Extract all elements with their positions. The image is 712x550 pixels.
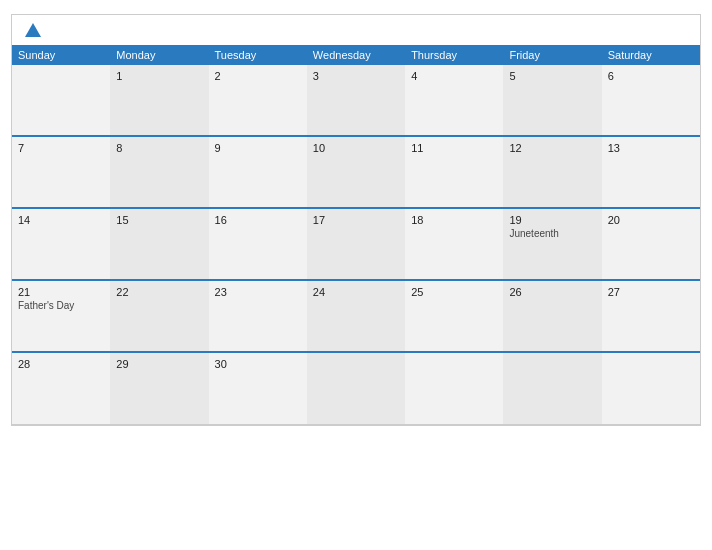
calendar-cell-w0-d5: 5 [503,65,601,135]
cell-date: 5 [509,70,595,82]
cell-event: Juneteenth [509,228,595,239]
cell-date: 14 [18,214,104,226]
calendar-week-4: 282930 [12,353,700,425]
calendar-cell-w0-d1: 1 [110,65,208,135]
calendar-week-0: 123456 [12,65,700,137]
cell-date: 9 [215,142,301,154]
cell-date: 24 [313,286,399,298]
cell-date: 18 [411,214,497,226]
cell-date: 27 [608,286,694,298]
cell-date: 19 [509,214,595,226]
cell-date: 8 [116,142,202,154]
calendar-week-3: 21Father's Day222324252627 [12,281,700,353]
logo [22,23,41,39]
cell-date: 23 [215,286,301,298]
calendar-cell-w3-d4: 25 [405,281,503,351]
cell-date: 20 [608,214,694,226]
calendar-cell-w2-d0: 14 [12,209,110,279]
calendar-week-1: 78910111213 [12,137,700,209]
calendar-cell-w2-d3: 17 [307,209,405,279]
calendar-cell-w0-d3: 3 [307,65,405,135]
calendar-cell-w4-d0: 28 [12,353,110,424]
cell-date: 12 [509,142,595,154]
cell-date: 21 [18,286,104,298]
calendar-grid: 12345678910111213141516171819Juneteenth2… [12,65,700,425]
calendar-cell-w3-d0: 21Father's Day [12,281,110,351]
calendar-cell-w1-d1: 8 [110,137,208,207]
cell-date: 22 [116,286,202,298]
cell-date: 26 [509,286,595,298]
cell-event: Father's Day [18,300,104,311]
cell-date: 11 [411,142,497,154]
calendar-cell-w2-d6: 20 [602,209,700,279]
calendar: SundayMondayTuesdayWednesdayThursdayFrid… [11,14,701,426]
cell-date: 25 [411,286,497,298]
day-header-thursday: Thursday [405,45,503,65]
day-headers-row: SundayMondayTuesdayWednesdayThursdayFrid… [12,45,700,65]
calendar-cell-w2-d5: 19Juneteenth [503,209,601,279]
calendar-cell-w0-d4: 4 [405,65,503,135]
calendar-cell-w0-d0 [12,65,110,135]
day-header-friday: Friday [503,45,601,65]
calendar-cell-w0-d6: 6 [602,65,700,135]
cell-date: 1 [116,70,202,82]
calendar-cell-w3-d5: 26 [503,281,601,351]
cell-date: 6 [608,70,694,82]
calendar-cell-w2-d2: 16 [209,209,307,279]
calendar-cell-w1-d0: 7 [12,137,110,207]
cell-date: 10 [313,142,399,154]
calendar-cell-w3-d3: 24 [307,281,405,351]
calendar-cell-w3-d6: 27 [602,281,700,351]
cell-date: 2 [215,70,301,82]
calendar-cell-w4-d2: 30 [209,353,307,424]
calendar-cell-w1-d3: 10 [307,137,405,207]
day-header-sunday: Sunday [12,45,110,65]
day-header-tuesday: Tuesday [209,45,307,65]
day-header-saturday: Saturday [602,45,700,65]
calendar-cell-w4-d5 [503,353,601,424]
day-header-monday: Monday [110,45,208,65]
cell-date: 7 [18,142,104,154]
calendar-cell-w4-d4 [405,353,503,424]
cell-date: 3 [313,70,399,82]
cell-date: 16 [215,214,301,226]
calendar-header [12,15,700,45]
cell-date: 28 [18,358,104,370]
calendar-cell-w1-d4: 11 [405,137,503,207]
calendar-cell-w1-d2: 9 [209,137,307,207]
cell-date: 13 [608,142,694,154]
calendar-cell-w3-d2: 23 [209,281,307,351]
calendar-cell-w1-d6: 13 [602,137,700,207]
calendar-cell-w4-d1: 29 [110,353,208,424]
calendar-cell-w2-d1: 15 [110,209,208,279]
cell-date: 15 [116,214,202,226]
calendar-cell-w2-d4: 18 [405,209,503,279]
cell-date: 4 [411,70,497,82]
cell-date: 29 [116,358,202,370]
cell-date: 30 [215,358,301,370]
logo-triangle-icon [25,23,41,37]
calendar-cell-w1-d5: 12 [503,137,601,207]
cell-date: 17 [313,214,399,226]
calendar-cell-w0-d2: 2 [209,65,307,135]
day-header-wednesday: Wednesday [307,45,405,65]
calendar-cell-w4-d6 [602,353,700,424]
calendar-cell-w4-d3 [307,353,405,424]
calendar-week-2: 141516171819Juneteenth20 [12,209,700,281]
calendar-cell-w3-d1: 22 [110,281,208,351]
